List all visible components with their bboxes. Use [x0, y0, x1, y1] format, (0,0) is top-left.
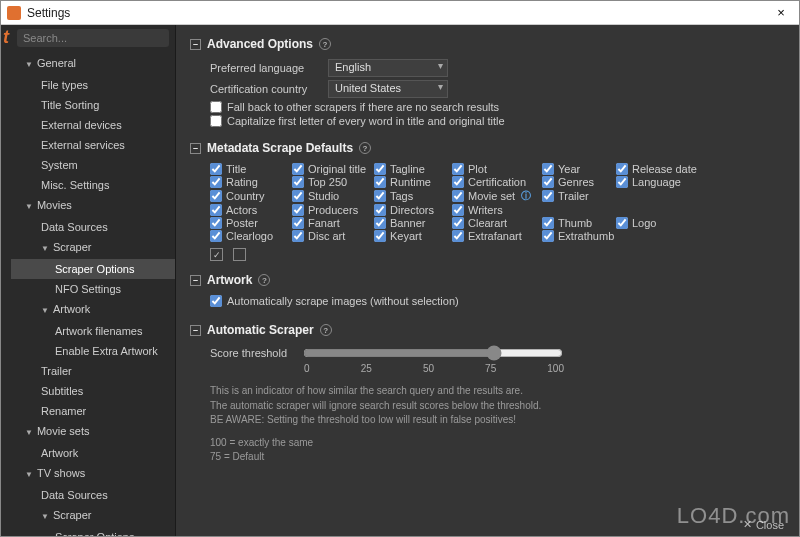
metadata-item[interactable]: Clearart [452, 217, 542, 229]
metadata-checkbox[interactable] [374, 204, 386, 216]
metadata-item[interactable]: Extrafanart [452, 230, 542, 242]
metadata-checkbox[interactable] [542, 217, 554, 229]
metadata-checkbox[interactable] [452, 190, 464, 202]
metadata-item[interactable]: Directors [374, 204, 452, 216]
sidebar-item[interactable]: Artwork filenames [11, 321, 175, 341]
collapse-icon[interactable]: – [190, 143, 201, 154]
metadata-checkbox[interactable] [542, 176, 554, 188]
metadata-item[interactable]: Original title [292, 163, 374, 175]
threshold-slider[interactable] [303, 345, 563, 361]
sidebar-item[interactable]: Artwork [11, 299, 175, 321]
collapse-icon[interactable]: – [190, 325, 201, 336]
metadata-checkbox[interactable] [210, 190, 222, 202]
metadata-checkbox[interactable] [292, 230, 304, 242]
metadata-checkbox[interactable] [292, 176, 304, 188]
metadata-item[interactable]: Runtime [374, 176, 452, 188]
metadata-checkbox[interactable] [452, 163, 464, 175]
metadata-checkbox[interactable] [292, 190, 304, 202]
metadata-item[interactable]: Top 250 [292, 176, 374, 188]
metadata-checkbox[interactable] [210, 204, 222, 216]
fallback-checkbox[interactable] [210, 101, 222, 113]
sidebar-item[interactable]: Scraper Options [11, 259, 175, 279]
metadata-item[interactable]: Tags [374, 189, 452, 203]
metadata-item[interactable]: Thumb [542, 217, 616, 229]
metadata-item[interactable]: Banner [374, 217, 452, 229]
metadata-item[interactable]: Plot [452, 163, 542, 175]
metadata-item[interactable]: Keyart [374, 230, 452, 242]
metadata-item[interactable]: Tagline [374, 163, 452, 175]
sidebar-item[interactable]: External services [11, 135, 175, 155]
metadata-checkbox[interactable] [616, 176, 628, 188]
metadata-checkbox[interactable] [452, 217, 464, 229]
sidebar-item[interactable]: Enable Extra Artwork [11, 341, 175, 361]
metadata-checkbox[interactable] [374, 176, 386, 188]
sidebar-item[interactable]: General [11, 53, 175, 75]
close-button[interactable]: ✕ Close [743, 518, 784, 531]
metadata-item[interactable]: Title [210, 163, 292, 175]
auto-scrape-images-checkbox[interactable] [210, 295, 222, 307]
metadata-checkbox[interactable] [542, 230, 554, 242]
metadata-item[interactable]: Clearlogo [210, 230, 292, 242]
sidebar-item[interactable]: Subtitles [11, 381, 175, 401]
metadata-checkbox[interactable] [292, 217, 304, 229]
metadata-checkbox[interactable] [210, 163, 222, 175]
metadata-checkbox[interactable] [452, 176, 464, 188]
select-all-button[interactable]: ✓ [210, 248, 223, 261]
collapse-icon[interactable]: – [190, 39, 201, 50]
sidebar-item[interactable]: TV shows [11, 463, 175, 485]
sidebar-item[interactable]: Scraper [11, 237, 175, 259]
sidebar-item[interactable]: Movie sets [11, 421, 175, 443]
sidebar-item[interactable]: Misc. Settings [11, 175, 175, 195]
sidebar-item[interactable]: Data Sources [11, 217, 175, 237]
metadata-item[interactable]: Disc art [292, 230, 374, 242]
metadata-checkbox[interactable] [374, 163, 386, 175]
metadata-item[interactable]: Movie setⓘ [452, 189, 542, 203]
metadata-checkbox[interactable] [292, 163, 304, 175]
metadata-checkbox[interactable] [374, 217, 386, 229]
metadata-item[interactable]: Language [616, 176, 711, 188]
search-input[interactable]: Search... [17, 29, 169, 47]
metadata-checkbox[interactable] [374, 230, 386, 242]
capitalize-checkbox[interactable] [210, 115, 222, 127]
metadata-item[interactable]: Rating [210, 176, 292, 188]
sidebar-item[interactable]: File types [11, 75, 175, 95]
metadata-checkbox[interactable] [542, 163, 554, 175]
metadata-checkbox[interactable] [542, 190, 554, 202]
sidebar-item[interactable]: System [11, 155, 175, 175]
help-icon[interactable]: ? [320, 324, 332, 336]
metadata-item[interactable]: Actors [210, 204, 292, 216]
metadata-item[interactable]: Logo [616, 217, 711, 229]
info-icon[interactable]: ⓘ [521, 189, 531, 203]
metadata-item[interactable]: Studio [292, 189, 374, 203]
sidebar-item[interactable]: Movies [11, 195, 175, 217]
metadata-checkbox[interactable] [210, 230, 222, 242]
metadata-item[interactable]: Genres [542, 176, 616, 188]
sidebar-item[interactable]: Trailer [11, 361, 175, 381]
metadata-checkbox[interactable] [210, 176, 222, 188]
metadata-checkbox[interactable] [292, 204, 304, 216]
help-icon[interactable]: ? [359, 142, 371, 154]
sidebar-item[interactable]: Data Sources [11, 485, 175, 505]
help-icon[interactable]: ? [258, 274, 270, 286]
sidebar-item[interactable]: Title Sorting [11, 95, 175, 115]
sidebar-item[interactable]: External devices [11, 115, 175, 135]
sidebar-item[interactable]: Scraper Options [11, 527, 175, 536]
metadata-item[interactable]: Release date [616, 163, 711, 175]
sidebar-item[interactable]: Scraper [11, 505, 175, 527]
sidebar-item[interactable]: Renamer [11, 401, 175, 421]
metadata-item[interactable]: Writers [452, 204, 542, 216]
metadata-item[interactable]: Extrathumb [542, 230, 616, 242]
metadata-checkbox[interactable] [616, 163, 628, 175]
collapse-icon[interactable]: – [190, 275, 201, 286]
metadata-checkbox[interactable] [374, 190, 386, 202]
sidebar-item[interactable]: NFO Settings [11, 279, 175, 299]
metadata-item[interactable]: Country [210, 189, 292, 203]
metadata-item[interactable]: Year [542, 163, 616, 175]
cert-country-select[interactable]: United States [328, 80, 448, 98]
metadata-item[interactable]: Poster [210, 217, 292, 229]
metadata-item[interactable]: Fanart [292, 217, 374, 229]
metadata-checkbox[interactable] [452, 230, 464, 242]
metadata-checkbox[interactable] [616, 217, 628, 229]
metadata-item[interactable]: Producers [292, 204, 374, 216]
pref-language-select[interactable]: English [328, 59, 448, 77]
